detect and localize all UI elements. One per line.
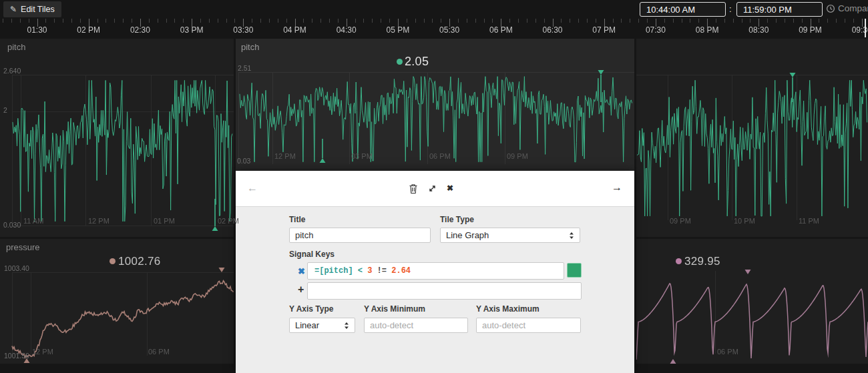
latest-value-dot — [676, 258, 682, 264]
x-axis-label: 03 PM — [351, 152, 373, 160]
expression-token: < — [353, 266, 368, 276]
timeline-label: 05 PM — [387, 25, 410, 35]
compare-label: Compare — [838, 3, 868, 13]
expression-token: != — [372, 266, 391, 276]
edit-tiles-button[interactable]: ✎ Edit Tiles — [3, 1, 61, 17]
signal-keys-label: Signal Keys — [289, 250, 335, 259]
title-field-label: Title — [289, 215, 305, 224]
y-axis-min-input[interactable] — [364, 318, 468, 333]
y-axis-type-label: Y Axis Type — [289, 304, 333, 314]
x-axis-label: 09 PM — [670, 217, 691, 225]
timeline-label: 09 PM — [799, 25, 822, 35]
timeline-label: 06:30 — [542, 25, 562, 35]
x-axis-label: 12 PM — [88, 217, 110, 225]
timeline-label: 04 PM — [283, 25, 306, 35]
tile-title: pitch — [241, 42, 259, 52]
x-axis-label: 11 PM — [799, 217, 819, 225]
signal-color-swatch[interactable] — [567, 263, 582, 278]
timeline-label: 01:30 — [27, 25, 47, 35]
timeline-label: 03 PM — [180, 25, 204, 35]
timeline-label: 04:30 — [337, 25, 357, 35]
chart-pitch-selected[interactable] — [236, 39, 634, 171]
timeline-label: 08:30 — [748, 25, 769, 35]
timeline-label: 02 PM — [77, 25, 100, 35]
expression-token: =[pitch] — [314, 266, 353, 276]
x-axis-label: 01 PM — [154, 217, 175, 225]
range-end-handle[interactable] — [865, 19, 866, 37]
select-spinner-icon — [344, 322, 349, 330]
expand-tile-button[interactable] — [428, 184, 437, 195]
x-axis-label: 06 PM — [429, 152, 451, 160]
x-axis-label: 12 PM — [32, 348, 53, 356]
x-axis-label: 10 PM — [734, 217, 755, 225]
trash-icon — [409, 183, 418, 194]
timeline-label: 03:30 — [233, 25, 253, 35]
signal-key-expression-input[interactable]: =[pitch] < 3 != 2.64 — [307, 262, 564, 280]
select-spinner-icon — [569, 232, 574, 240]
compare-button[interactable]: Compare — [826, 3, 868, 13]
add-signal-button[interactable]: + — [294, 283, 308, 296]
y-axis-type-value: Linear — [295, 320, 319, 330]
edit-tiles-label: Edit Tiles — [21, 5, 55, 14]
timeline-label: 07:30 — [646, 25, 666, 35]
tile-type-value: Line Graph — [446, 230, 489, 240]
y-axis-max-label: Y Axis Maximum — [476, 304, 539, 314]
range-start-input[interactable] — [640, 2, 726, 17]
tile-type-field-label: Tile Type — [440, 215, 474, 224]
x-axis-label: 06 PM — [148, 348, 170, 356]
timeline-label: 02:30 — [130, 25, 150, 35]
x-axis-label: 02 PM — [218, 217, 239, 225]
y-axis-min-label: 1001.56 — [4, 352, 29, 360]
chart-pink-right[interactable] — [636, 239, 868, 364]
latest-value: 2.05 — [405, 55, 429, 69]
x-axis-label: 11 AM — [23, 217, 43, 225]
y-axis-min-label: 0.03 — [237, 157, 250, 165]
expression-token: 2.64 — [391, 266, 411, 276]
tile-title: pitch — [7, 42, 25, 52]
chart-pitch-left[interactable] — [0, 39, 234, 237]
close-editor-button[interactable]: ✖ — [447, 183, 453, 193]
timeline-label: 05:30 — [439, 25, 459, 35]
x-axis-label: 12 PM — [274, 152, 296, 160]
latest-value-dot — [110, 258, 116, 264]
timeline-label: 08 PM — [696, 25, 719, 35]
timeline-label: 07 PM — [592, 25, 616, 35]
timeline-label: 06 PM — [489, 25, 513, 35]
y-axis-min-label: Y Axis Minimum — [364, 304, 425, 314]
x-axis-label: 09 PM — [507, 152, 528, 160]
latest-value: 329.95 — [684, 255, 720, 268]
clock-icon — [826, 4, 835, 13]
pencil-icon: ✎ — [10, 5, 17, 14]
delete-tile-button[interactable] — [409, 183, 418, 196]
next-tile-button[interactable]: → — [612, 181, 622, 194]
chart-green-right[interactable] — [636, 39, 868, 237]
y-axis-type-select[interactable]: Linear — [289, 318, 355, 333]
time-separator: : — [729, 4, 732, 14]
y-axis-min-label: 0.030 — [3, 221, 21, 229]
y-axis-max-label: 1003.40 — [4, 264, 29, 272]
y-axis-mid-label: 2 — [3, 106, 7, 114]
y-axis-max-input[interactable] — [476, 318, 581, 333]
y-axis-max-label: 2.51 — [238, 64, 251, 72]
expression-token: 3 — [367, 266, 372, 276]
y-axis-max-label: 2.640 — [3, 67, 21, 75]
title-input[interactable] — [289, 228, 431, 243]
dashboard: ✎ Edit Tiles : Compare 01:3002 PM02:3003… — [0, 0, 868, 373]
chart-pressure[interactable] — [0, 239, 234, 364]
tile-type-select[interactable]: Line Graph — [440, 228, 580, 243]
range-end-input[interactable] — [736, 2, 823, 17]
x-axis-label: 06 PM — [717, 348, 738, 356]
tile-title: pressure — [6, 242, 40, 252]
previous-tile-button[interactable]: ← — [247, 182, 258, 194]
second-signal-input[interactable] — [307, 282, 582, 300]
latest-value-dot — [397, 59, 403, 65]
expand-arrows-icon — [428, 184, 437, 193]
latest-value: 1002.76 — [118, 255, 161, 268]
timeline-ruler[interactable]: 01:3002 PM02:3003 PM03:3004 PM04:3005 PM… — [0, 25, 868, 36]
